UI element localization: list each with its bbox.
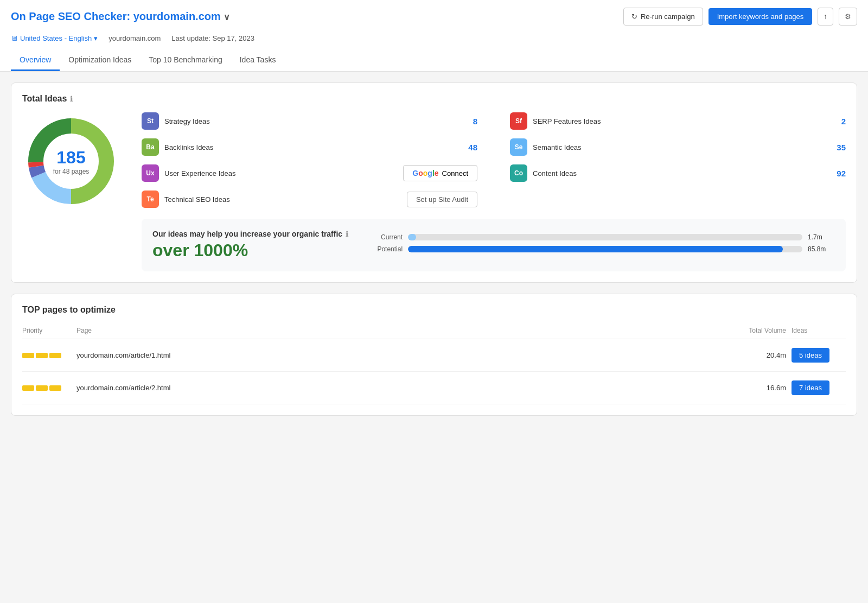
header-sub: 🖥 United States - English ▾ yourdomain.c… [11, 31, 857, 46]
total-ideas-title: Total Ideas [22, 94, 67, 104]
tab-overview[interactable]: Overview [11, 50, 60, 71]
potential-bar-fill [408, 246, 783, 252]
col-volume: Total Volume [721, 327, 792, 334]
ideas-button-2[interactable]: 7 ideas [792, 380, 829, 395]
setup-site-audit-button[interactable]: Set up Site Audit [407, 192, 477, 207]
potential-value: 85.8m [808, 245, 835, 253]
traffic-info-icon[interactable]: ℹ [346, 230, 348, 238]
ideas-section: St Strategy Ideas 8 Sf SERP Features Ide… [142, 112, 846, 271]
header-top: On Page SEO Checker: yourdomain.com ∨ ↻ … [11, 8, 857, 31]
ideas-button-1[interactable]: 5 ideas [792, 348, 829, 363]
pbar [49, 353, 61, 358]
col-page: Page [76, 327, 721, 334]
page-url-2: yourdomain.com/article/2.html [76, 384, 721, 392]
card-title: Total Ideas ℹ [22, 94, 846, 104]
empty-cell [510, 191, 846, 208]
semantic-badge: Se [510, 138, 527, 156]
potential-bar-row: Potential 85.8m [370, 245, 835, 253]
strategy-count: 8 [461, 117, 477, 126]
priority-bars-1 [22, 353, 76, 358]
donut-number: 185 [53, 148, 90, 168]
idea-row-content: Co Content Ideas 92 [510, 164, 846, 182]
main-content: Total Ideas ℹ 185 [0, 72, 868, 437]
pbar [22, 385, 34, 391]
potential-bar-track [408, 246, 802, 252]
idea-row-semantic: Se Semantic Ideas 35 [510, 138, 846, 156]
traffic-label-text: Our ideas may help you increase your org… [152, 230, 342, 238]
monitor-icon: 🖥 [11, 34, 18, 42]
col-priority: Priority [22, 327, 76, 334]
current-value: 1.7m [808, 233, 835, 241]
traffic-bars: Current 1.7m Potential 85.8m [370, 233, 835, 257]
donut-center: 185 for 48 pages [53, 148, 90, 175]
ideas-grid: St Strategy Ideas 8 Sf SERP Features Ide… [142, 112, 846, 208]
ux-badge: Ux [142, 164, 159, 182]
google-icon: Google [412, 169, 438, 177]
rerun-label: Re-run campaign [641, 12, 695, 21]
import-button[interactable]: Import keywords and pages [709, 8, 813, 25]
chevron-icon: ∨ [224, 12, 230, 22]
pbar [49, 385, 61, 391]
current-bar-track [408, 234, 802, 240]
domain-link[interactable]: yourdomain.com [133, 10, 221, 22]
export-button[interactable]: ↑ [818, 8, 833, 26]
tab-optimization-ideas[interactable]: Optimization Ideas [60, 50, 140, 71]
connect-label: Connect [442, 169, 468, 177]
priority-bars-2 [22, 385, 76, 391]
pbar [36, 353, 48, 358]
idea-row-ux: Ux User Experience Ideas Google Connect [142, 164, 477, 182]
donut-sub: for 48 pages [53, 168, 90, 175]
top-pages-card: TOP pages to optimize Priority Page Tota… [11, 294, 857, 416]
page-title: On Page SEO Checker: yourdomain.com ∨ [11, 10, 230, 23]
domain-display: yourdomain.com [108, 34, 161, 42]
traffic-box: Our ideas may help you increase your org… [142, 219, 846, 271]
last-update: Last update: Sep 17, 2023 [171, 34, 254, 42]
settings-button[interactable]: ⚙ [839, 8, 857, 26]
backlinks-label: Backlinks Ideas [164, 143, 456, 151]
connect-button[interactable]: Google Connect [403, 165, 477, 181]
table-row: yourdomain.com/article/1.html 20.4m 5 id… [22, 339, 846, 372]
ideas-cell-2: 7 ideas [792, 380, 846, 395]
pbar [36, 385, 48, 391]
idea-row-serp: Sf SERP Features Ideas 2 [510, 112, 846, 130]
volume-2: 16.6m [721, 384, 792, 392]
priority-1 [22, 353, 76, 358]
traffic-percent: over 1000% [152, 240, 348, 261]
tab-idea-tasks[interactable]: Idea Tasks [231, 50, 285, 71]
rerun-icon: ↻ [631, 12, 637, 21]
donut-chart: 185 for 48 pages [22, 112, 120, 210]
backlinks-count: 48 [461, 143, 477, 152]
strategy-badge: St [142, 112, 159, 130]
info-icon[interactable]: ℹ [70, 95, 73, 103]
locale-button[interactable]: 🖥 United States - English ▾ [11, 34, 98, 42]
volume-1: 20.4m [721, 351, 792, 359]
top-pages-title: TOP pages to optimize [22, 305, 846, 315]
locale-label: United States - English [20, 34, 92, 42]
tabs: Overview Optimization Ideas Top 10 Bench… [11, 50, 857, 71]
content-badge: Co [510, 164, 527, 182]
export-icon: ↑ [824, 12, 827, 21]
content-label: Content Ideas [533, 169, 824, 177]
strategy-label: Strategy Ideas [164, 117, 456, 125]
page-url-1: yourdomain.com/article/1.html [76, 351, 721, 359]
content-count: 92 [829, 169, 846, 178]
priority-2 [22, 385, 76, 391]
rerun-button[interactable]: ↻ Re-run campaign [623, 8, 703, 26]
traffic-text: Our ideas may help you increase your org… [152, 230, 348, 261]
semantic-count: 35 [829, 143, 846, 152]
potential-label: Potential [370, 245, 403, 253]
technical-label: Technical SEO Ideas [164, 195, 401, 204]
header: On Page SEO Checker: yourdomain.com ∨ ↻ … [0, 0, 868, 72]
idea-row-strategy: St Strategy Ideas 8 [142, 112, 477, 130]
serp-badge: Sf [510, 112, 527, 130]
traffic-label: Our ideas may help you increase your org… [152, 230, 348, 238]
backlinks-badge: Ba [142, 138, 159, 156]
tab-top10-benchmarking[interactable]: Top 10 Benchmarking [140, 50, 231, 71]
serp-count: 2 [829, 117, 846, 126]
title-prefix: On Page SEO Checker: [11, 10, 133, 22]
pbar [22, 353, 34, 358]
locale-chevron: ▾ [94, 34, 98, 42]
current-label: Current [370, 233, 403, 241]
ideas-cell-1: 5 ideas [792, 348, 846, 363]
serp-label: SERP Features Ideas [533, 117, 824, 125]
